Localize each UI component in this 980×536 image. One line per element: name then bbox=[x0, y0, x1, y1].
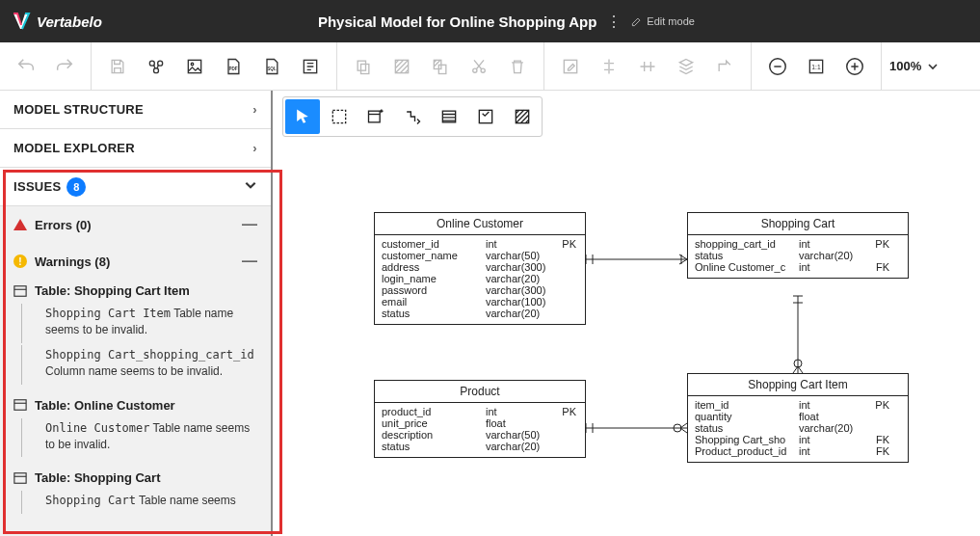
entity-column: login_namevarchar(20) bbox=[382, 273, 578, 284]
svg-point-14 bbox=[481, 68, 485, 72]
entity-column: item_idintPK bbox=[695, 399, 901, 411]
entity-column: quantityfloat bbox=[695, 411, 901, 422]
entity-column: statusvarchar(20) bbox=[382, 308, 578, 319]
undo-button[interactable] bbox=[10, 50, 42, 83]
svg-text:SQL: SQL bbox=[267, 67, 277, 71]
zoom-fit-button[interactable]: 1:1 bbox=[800, 50, 833, 83]
issue-message: Online Customer Table name seems to be i… bbox=[21, 418, 257, 458]
delete-button[interactable] bbox=[501, 50, 534, 83]
table-icon bbox=[13, 284, 27, 298]
entity-title: Product bbox=[375, 381, 585, 403]
layers-button[interactable] bbox=[670, 50, 702, 83]
copy-button[interactable] bbox=[347, 50, 380, 83]
brand-logo[interactable]: Vertabelo bbox=[12, 12, 102, 31]
errors-group-header[interactable]: Errors (0) — bbox=[0, 206, 271, 243]
redo-button[interactable] bbox=[48, 50, 81, 83]
cut-button[interactable] bbox=[463, 50, 495, 83]
zoom-level[interactable]: 100% bbox=[889, 59, 921, 73]
edit-mode-label: Edit mode bbox=[647, 15, 695, 27]
logo-icon bbox=[12, 12, 31, 31]
svg-rect-8 bbox=[358, 61, 365, 70]
entity-column: product_idintPK bbox=[382, 406, 578, 417]
share-button[interactable] bbox=[140, 50, 172, 83]
issue-item[interactable]: Table: Shopping Cart ItemShopping Cart I… bbox=[0, 280, 271, 394]
issue-message: Shopping Cart_shopping_cart_id Column na… bbox=[21, 345, 257, 385]
entity-column: passwordvarchar(300) bbox=[382, 284, 578, 296]
entity-title: Online Customer bbox=[375, 213, 585, 235]
warning-icon: ! bbox=[13, 255, 27, 268]
panel-model-explorer[interactable]: MODEL EXPLORER › bbox=[0, 129, 271, 168]
issue-item[interactable]: Table: Shopping CartShopping Cart Table … bbox=[0, 467, 271, 523]
edit-button[interactable] bbox=[554, 50, 587, 83]
route-button[interactable] bbox=[708, 50, 741, 83]
warnings-group-header[interactable]: ! Warnings (8) — bbox=[0, 243, 271, 280]
svg-text:1:1: 1:1 bbox=[811, 63, 821, 69]
pdf-export-button[interactable]: PDF bbox=[217, 50, 250, 83]
warnings-label: Warnings (8) bbox=[35, 255, 110, 269]
xml-export-button[interactable] bbox=[294, 50, 327, 83]
chevron-down-icon bbox=[244, 178, 257, 195]
chevron-down-icon[interactable] bbox=[927, 61, 939, 72]
edit-mode-button[interactable]: Edit mode bbox=[631, 15, 695, 27]
sql-export-button[interactable]: SQL bbox=[255, 50, 288, 83]
entity-column: statusvarchar(20) bbox=[695, 250, 901, 261]
issues-body: Errors (0) — ! Warnings (8) — Table: Sho… bbox=[0, 206, 271, 536]
svg-rect-22 bbox=[14, 473, 26, 484]
panel-label: MODEL STRUCTURE bbox=[13, 102, 144, 117]
svg-point-13 bbox=[473, 68, 477, 72]
entity-title: Shopping Cart bbox=[688, 213, 908, 235]
entity-column: statusvarchar(20) bbox=[382, 441, 578, 452]
entity-column: unit_pricefloat bbox=[382, 417, 578, 429]
panel-issues[interactable]: ISSUES 8 bbox=[0, 168, 271, 206]
align-v-button[interactable] bbox=[631, 50, 664, 83]
chevron-right-icon: › bbox=[252, 141, 257, 155]
sidebar: MODEL STRUCTURE › MODEL EXPLORER › ISSUE… bbox=[0, 91, 273, 536]
entity-column: customer_idintPK bbox=[382, 238, 578, 250]
collapse-icon[interactable]: — bbox=[242, 253, 257, 270]
pattern2-button[interactable] bbox=[424, 50, 457, 83]
entity-column: customer_namevarchar(50) bbox=[382, 250, 578, 261]
pencil-icon bbox=[631, 16, 642, 27]
issue-title: Table: Shopping Cart Item bbox=[35, 283, 190, 298]
issue-message: Shopping Cart Table name seems bbox=[21, 491, 257, 513]
svg-point-4 bbox=[191, 63, 194, 66]
zoom-in-button[interactable] bbox=[838, 50, 871, 83]
entity-product[interactable]: Product product_idintPKunit_pricefloatde… bbox=[374, 380, 586, 458]
zoom-out-button[interactable] bbox=[761, 50, 794, 83]
svg-rect-21 bbox=[14, 400, 26, 411]
entity-column: shopping_cart_idintPK bbox=[695, 238, 901, 250]
issue-title: Table: Online Customer bbox=[35, 398, 175, 413]
entity-column: emailvarchar(100) bbox=[382, 296, 578, 308]
table-icon bbox=[13, 471, 27, 485]
save-button[interactable] bbox=[101, 50, 134, 83]
chevron-right-icon: › bbox=[252, 102, 257, 117]
svg-rect-9 bbox=[361, 64, 369, 73]
svg-rect-3 bbox=[188, 60, 200, 72]
entity-shopping-cart-item[interactable]: Shopping Cart Item item_idintPKquantityf… bbox=[687, 373, 909, 463]
collapse-icon[interactable]: — bbox=[242, 216, 257, 233]
align-h-button[interactable] bbox=[593, 50, 625, 83]
entity-column: descriptionvarchar(50) bbox=[382, 429, 578, 441]
issue-title: Table: Shopping Cart bbox=[35, 470, 160, 485]
table-icon bbox=[13, 398, 27, 412]
entity-online-customer[interactable]: Online Customer customer_idintPKcustomer… bbox=[374, 212, 586, 325]
issue-item[interactable]: Table: Online CustomerOnline Customer Ta… bbox=[0, 394, 271, 468]
svg-point-2 bbox=[154, 67, 159, 72]
canvas[interactable]: Online Customer customer_idintPKcustomer… bbox=[273, 91, 980, 536]
image-export-button[interactable] bbox=[178, 50, 211, 83]
pattern1-button[interactable] bbox=[385, 50, 418, 83]
entity-shopping-cart[interactable]: Shopping Cart shopping_cart_idintPKstatu… bbox=[687, 212, 909, 279]
model-title: Physical Model for Online Shopping App bbox=[318, 13, 596, 30]
entity-column: Online Customer_cintFK bbox=[695, 261, 901, 273]
svg-rect-20 bbox=[14, 285, 26, 296]
svg-text:PDF: PDF bbox=[228, 67, 237, 71]
error-icon bbox=[13, 219, 27, 230]
entity-title: Shopping Cart Item bbox=[688, 374, 908, 396]
entity-column: statusvarchar(20) bbox=[695, 422, 901, 434]
panel-model-structure[interactable]: MODEL STRUCTURE › bbox=[0, 91, 271, 129]
entity-column: Shopping Cart_shointFK bbox=[695, 434, 901, 445]
panel-label: ISSUES bbox=[13, 179, 61, 194]
title-menu-icon[interactable]: ⋮ bbox=[606, 13, 622, 31]
panel-label: MODEL EXPLORER bbox=[13, 141, 135, 155]
topbar: Vertabelo Physical Model for Online Shop… bbox=[0, 0, 980, 42]
